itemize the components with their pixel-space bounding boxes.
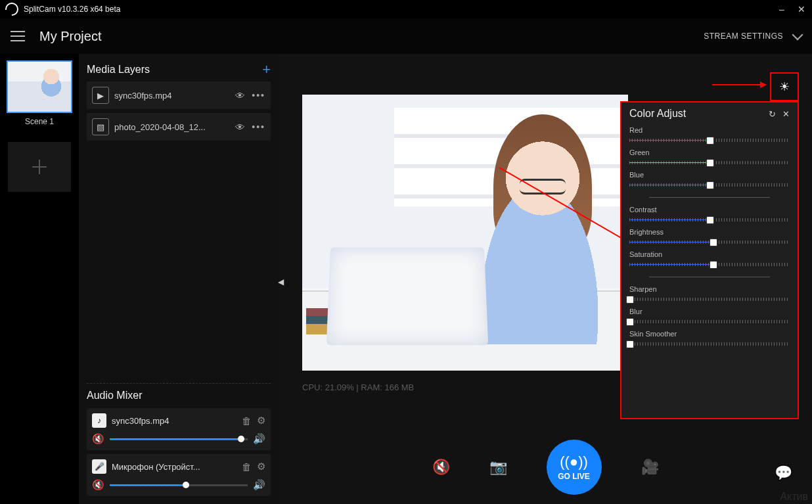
chevron-down-icon — [792, 30, 803, 41]
audio-source-icon: ♪ — [92, 413, 106, 428]
media-layers-title: Media Layers — [87, 64, 150, 76]
slider-blue[interactable]: Blue — [629, 171, 790, 189]
broadcast-icon: ((●)) — [560, 453, 588, 470]
close-icon[interactable]: ✕ — [782, 109, 790, 119]
layer-menu-icon[interactable]: ••• — [252, 90, 265, 101]
color-adjust-button[interactable]: ☀ — [770, 72, 799, 101]
slider-contrast[interactable]: Contrast — [629, 206, 790, 224]
slider-green[interactable]: Green — [629, 149, 790, 167]
canvas-area: ◀ ☀ CPU: 21.09% | RAM: 166 MB — [279, 54, 812, 504]
header: My Project STREAM SETTINGS — [0, 18, 812, 54]
slider-blur[interactable]: Blur — [629, 308, 790, 326]
menu-icon[interactable] — [11, 31, 25, 41]
divider — [649, 197, 770, 198]
system-stats: CPU: 21.09% | RAM: 166 MB — [302, 382, 414, 392]
gear-icon[interactable]: ⚙ — [257, 461, 265, 472]
side-panel: Media Layers + ▶ sync30fps.mp4 👁 ••• ▧ p… — [79, 54, 279, 504]
mute-all-icon[interactable]: 🔇 — [432, 459, 450, 476]
scenes-panel: Scene 1 — [0, 54, 79, 504]
add-layer-button[interactable]: + — [262, 61, 271, 78]
divider — [649, 277, 770, 277]
mute-icon[interactable]: 🔇 — [92, 433, 104, 445]
slider-label: Red — [629, 126, 790, 134]
visibility-toggle-icon[interactable]: 👁 — [235, 122, 245, 133]
snapshot-icon[interactable]: 📷 — [489, 459, 507, 476]
stream-settings-label: STREAM SETTINGS — [704, 32, 783, 41]
slider-label: Sharpen — [629, 285, 790, 293]
audio-mixer: Audio Mixer ♪ sync30fps.mp4 🗑 ⚙ 🔇 — [87, 390, 271, 500]
reset-icon[interactable]: ↻ — [769, 109, 776, 119]
app-title: SplitCam v10.3.26 x64 beta — [24, 5, 120, 14]
image-file-icon: ▧ — [92, 118, 109, 135]
color-adjust-panel: Color Adjust ↻ ✕ RedGreenBlue ContrastBr… — [620, 101, 799, 419]
collapse-panel-icon[interactable]: ◀ — [278, 277, 284, 286]
layer-item-2[interactable]: ▧ photo_2020-04-08_12... 👁 ••• — [87, 113, 271, 141]
plus-icon — [32, 160, 47, 174]
mixer-item-1: ♪ sync30fps.mp4 🗑 ⚙ 🔇 🔊 — [87, 408, 271, 450]
volume-slider[interactable] — [110, 438, 248, 440]
annotation-arrow — [712, 84, 765, 85]
layer-item-1[interactable]: ▶ sync30fps.mp4 👁 ••• — [87, 81, 271, 109]
visibility-toggle-icon[interactable]: 👁 — [235, 90, 245, 101]
project-name[interactable]: My Project — [39, 29, 101, 44]
stream-settings-button[interactable]: STREAM SETTINGS — [704, 32, 801, 41]
slider-label: Saturation — [629, 250, 790, 258]
slider-saturation[interactable]: Saturation — [629, 250, 790, 269]
mixer-source-name: Микрофон (Устройст... — [112, 462, 237, 472]
slider-label: Blue — [629, 171, 790, 179]
volume-slider[interactable] — [110, 484, 248, 486]
video-file-icon: ▶ — [92, 87, 109, 104]
layer-name: sync30fps.mp4 — [114, 91, 231, 101]
action-bar: 🔇 📷 ((●)) GO LIVE 🎥 — [279, 440, 812, 495]
minimize-button[interactable]: – — [777, 4, 787, 14]
go-live-label: GO LIVE — [558, 472, 590, 481]
slider-red[interactable]: Red — [629, 126, 790, 145]
slider-label: Skin Smoother — [629, 330, 790, 338]
speaker-icon[interactable]: 🔊 — [253, 433, 265, 445]
chat-icon[interactable]: 💬 — [775, 465, 792, 482]
mixer-source-name: sync30fps.mp4 — [112, 416, 237, 426]
slider-sharpen[interactable]: Sharpen — [629, 285, 790, 304]
camera-icon[interactable]: 🎥 — [641, 459, 659, 476]
slider-label: Brightness — [629, 228, 790, 236]
slider-brightness[interactable]: Brightness — [629, 228, 790, 246]
app-logo-icon — [5, 3, 18, 16]
add-scene-button[interactable] — [8, 142, 71, 192]
microphone-icon: 🎤 — [92, 459, 106, 474]
slider-smoother[interactable]: Skin Smoother — [629, 330, 790, 348]
layer-menu-icon[interactable]: ••• — [252, 122, 265, 132]
preview-window[interactable] — [302, 95, 628, 371]
delete-icon[interactable]: 🗑 — [242, 415, 252, 426]
mixer-item-2: 🎤 Микрофон (Устройст... 🗑 ⚙ 🔇 🔊 — [87, 454, 271, 496]
layer-name: photo_2020-04-08_12... — [114, 122, 231, 132]
go-live-button[interactable]: ((●)) GO LIVE — [547, 440, 602, 495]
speaker-icon[interactable]: 🔊 — [253, 479, 265, 491]
color-adjust-title: Color Adjust — [629, 108, 762, 120]
slider-label: Blur — [629, 308, 790, 315]
slider-label: Contrast — [629, 206, 790, 214]
delete-icon[interactable]: 🗑 — [242, 461, 252, 472]
brightness-icon: ☀ — [779, 80, 790, 94]
gear-icon[interactable]: ⚙ — [257, 415, 265, 426]
close-button[interactable]: ✕ — [796, 4, 807, 14]
titlebar: SplitCam v10.3.26 x64 beta – ✕ — [0, 0, 812, 18]
os-watermark: Актив — [780, 491, 808, 503]
scene-thumbnail-1[interactable] — [7, 60, 72, 113]
slider-label: Green — [629, 149, 790, 156]
scene-label-1: Scene 1 — [25, 117, 54, 126]
audio-mixer-title: Audio Mixer — [87, 390, 271, 401]
mute-icon[interactable]: 🔇 — [92, 479, 104, 491]
